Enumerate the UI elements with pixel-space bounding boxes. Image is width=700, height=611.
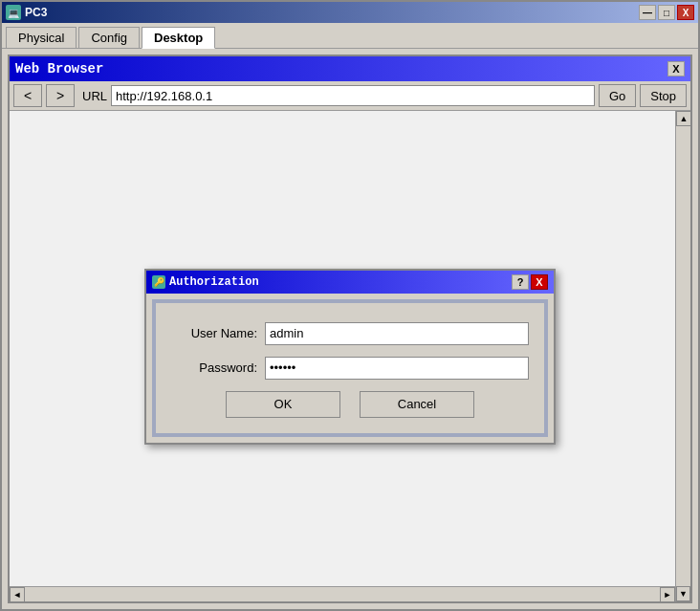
username-input[interactable]: [265, 322, 529, 345]
pc-icon: 💻: [6, 5, 21, 20]
title-bar: 💻 PC3 — □ X: [2, 2, 698, 23]
stop-button[interactable]: Stop: [640, 84, 687, 107]
password-input[interactable]: [265, 357, 529, 380]
browser-title-bar: Web Browser X: [10, 56, 690, 81]
tab-config[interactable]: Config: [78, 27, 140, 48]
tab-bar: Physical Config Desktop: [2, 23, 698, 49]
tab-desktop[interactable]: Desktop: [142, 27, 215, 49]
url-label: URL: [82, 89, 107, 103]
content-area: Web Browser X < > URL Go Stop ▲ ▼: [2, 49, 698, 609]
minimize-button[interactable]: —: [639, 5, 656, 20]
password-row: Password:: [171, 357, 529, 380]
browser-title: Web Browser: [15, 61, 103, 76]
tab-physical[interactable]: Physical: [6, 27, 77, 48]
password-label: Password:: [171, 360, 257, 375]
title-bar-buttons: — □ X: [639, 5, 694, 20]
dialog-close-button[interactable]: X: [531, 274, 548, 290]
back-button[interactable]: <: [13, 84, 42, 107]
cancel-button[interactable]: Cancel: [360, 391, 474, 418]
dialog-content: User Name: Password: OK Cancel: [152, 299, 548, 437]
username-row: User Name:: [171, 322, 529, 345]
go-button[interactable]: Go: [599, 84, 636, 107]
maximize-button[interactable]: □: [658, 5, 675, 20]
browser-toolbar: < > URL Go Stop: [10, 81, 690, 111]
dialog-title-left: 🔑 Authorization: [152, 275, 259, 289]
main-window: 💻 PC3 — □ X Physical Config Desktop Web …: [0, 0, 700, 611]
browser-window: Web Browser X < > URL Go Stop ▲ ▼: [8, 55, 692, 603]
dialog-icon: 🔑: [152, 275, 165, 289]
close-button[interactable]: X: [677, 5, 694, 20]
dialog-title-buttons: ? X: [512, 274, 548, 290]
dialog-overlay: 🔑 Authorization ? X User Name:: [10, 111, 690, 601]
dialog-buttons: OK Cancel: [171, 391, 529, 418]
dialog-title-bar: 🔑 Authorization ? X: [146, 271, 554, 294]
ok-button[interactable]: OK: [226, 391, 340, 418]
url-input[interactable]: [111, 85, 595, 106]
dialog-title-text: Authorization: [169, 275, 259, 289]
dialog-help-button[interactable]: ?: [512, 274, 529, 290]
browser-content: ▲ ▼ ◄ ► 🔑: [10, 111, 690, 601]
browser-close-button[interactable]: X: [667, 61, 685, 76]
forward-button[interactable]: >: [46, 84, 75, 107]
username-label: User Name:: [171, 326, 257, 340]
window-title: PC3: [25, 6, 47, 19]
authorization-dialog: 🔑 Authorization ? X User Name:: [144, 269, 556, 445]
title-bar-left: 💻 PC3: [6, 5, 47, 20]
